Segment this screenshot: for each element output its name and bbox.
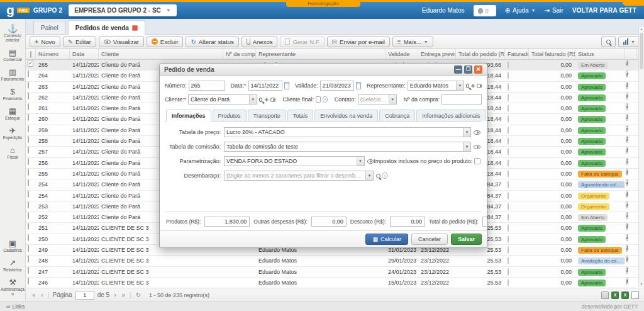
row-checkbox[interactable] bbox=[28, 103, 29, 110]
last-page-button[interactable]: » bbox=[120, 291, 126, 298]
cancelar-button[interactable]: Cancelar bbox=[411, 234, 448, 245]
enviar-por-email-button[interactable]: ✉Enviar por e-mail bbox=[327, 37, 390, 47]
row-checkbox[interactable] bbox=[28, 147, 29, 154]
row-info-button[interactable]: i bbox=[626, 71, 628, 77]
desembaraco-select[interactable]: (Digite ao menos 2 caracteres para filtr… bbox=[224, 171, 374, 181]
row-info-button[interactable]: i bbox=[626, 278, 628, 285]
column-header-7[interactable]: Entrega prevista bbox=[418, 49, 456, 59]
row-info-button[interactable]: i bbox=[626, 169, 628, 176]
prev-page-button[interactable]: ‹ bbox=[40, 291, 45, 298]
view-icon[interactable] bbox=[474, 130, 480, 135]
row-info-button[interactable]: i bbox=[626, 158, 628, 165]
help-menu[interactable]: ⊕ Ajuda ▼ bbox=[505, 7, 536, 14]
scroll-up-arrow[interactable]: ▲ bbox=[639, 26, 644, 32]
vertical-scrollbar[interactable]: ▲ ▼ bbox=[638, 26, 644, 287]
tabela-preco-select[interactable]: Lucro 20% - ATACADO ▼ bbox=[224, 127, 471, 137]
cliente-select[interactable]: Cliente do Pará ▼ bbox=[188, 94, 257, 105]
dialog-tab-totais[interactable]: Totais bbox=[287, 110, 314, 121]
next-page-button[interactable]: › bbox=[113, 291, 117, 298]
anexos-button[interactable]: Anexos bbox=[242, 37, 278, 47]
chart-view-button[interactable]: ▼ bbox=[618, 37, 640, 47]
row-info-button[interactable]: i bbox=[626, 82, 628, 89]
sidebar-item-comercio-exterior[interactable]: ⚓Comércio exterior bbox=[0, 24, 25, 42]
calendar-icon[interactable] bbox=[356, 82, 361, 89]
row-info-button[interactable]: i bbox=[626, 191, 628, 198]
sidebar-item-cadastros[interactable]: ▣Cadastros bbox=[0, 239, 25, 252]
calcular-button[interactable]: ▦ Calcular bbox=[365, 234, 408, 245]
maximize-icon[interactable]: ❐ bbox=[464, 65, 472, 74]
editar-button[interactable]: ✎Editar bbox=[63, 37, 96, 47]
view-icon[interactable] bbox=[367, 159, 374, 164]
sidebar-item-comercial[interactable]: ▤Comercial bbox=[0, 48, 25, 62]
cliente-final-checkbox[interactable] bbox=[316, 96, 321, 103]
validade-input[interactable] bbox=[320, 81, 354, 91]
select-all-checkbox[interactable] bbox=[30, 51, 31, 58]
dialog-tab-envolvidos-na-venda[interactable]: Envolvidos na venda bbox=[314, 110, 378, 121]
table-row[interactable]: 24614/11/2022CLIENTE DE SC 3Eduardo Mato… bbox=[26, 278, 644, 288]
row-checkbox[interactable] bbox=[28, 234, 29, 241]
excluir-button[interactable]: Excluir bbox=[147, 37, 184, 47]
parametrizacao-select[interactable]: VENDA FORA DO ESTADO ▼ bbox=[224, 156, 365, 166]
alterar-status-button[interactable]: ↻Alterar status bbox=[186, 37, 238, 47]
dialog-tab-transporte[interactable]: Transporte bbox=[248, 110, 286, 121]
tab-pedidos-de-venda[interactable]: Pedidos de venda bbox=[68, 20, 145, 35]
row-info-button[interactable]: i bbox=[626, 267, 628, 274]
impostos-checkbox[interactable] bbox=[474, 158, 480, 164]
table-row[interactable]: 24814/11/2022CLIENTE DE SC 3Eduardo Mato… bbox=[26, 256, 644, 266]
search-button[interactable] bbox=[601, 37, 616, 47]
row-info-button[interactable]: i bbox=[626, 179, 628, 186]
scrollbar-thumb[interactable] bbox=[640, 33, 643, 69]
column-header-1[interactable]: Número bbox=[36, 49, 70, 59]
tabela-comissao-select[interactable]: Tabela de comissão de teste ▼ bbox=[224, 142, 471, 152]
outras-despesas-input[interactable] bbox=[311, 217, 347, 227]
export-excel-icon[interactable]: X bbox=[611, 291, 619, 299]
column-header-8[interactable]: Total do pedido (R$) bbox=[456, 49, 505, 59]
row-checkbox[interactable] bbox=[28, 201, 29, 208]
row-checkbox[interactable] bbox=[28, 158, 29, 165]
row-info-button[interactable]: i bbox=[626, 93, 628, 99]
contato-select[interactable]: (Selecione) ▼ bbox=[358, 94, 397, 105]
sidebar-item-administracao[interactable]: ⚒Administração bbox=[0, 278, 25, 296]
column-header-3[interactable]: Cliente bbox=[99, 49, 223, 59]
refresh-icon[interactable]: ↻ bbox=[135, 291, 142, 298]
row-checkbox[interactable] bbox=[28, 125, 29, 132]
table-row[interactable]: 24714/11/2022CLIENTE DE SC 3Eduardo Mato… bbox=[26, 267, 644, 278]
sidebar-item-expedicao[interactable]: ✈Expedição bbox=[0, 126, 25, 140]
view-icon[interactable] bbox=[474, 145, 480, 149]
row-info-button[interactable]: i bbox=[626, 256, 628, 263]
dialog-tab-produtos[interactable]: Produtos bbox=[213, 110, 247, 121]
novo-button[interactable]: +Novo bbox=[30, 37, 60, 47]
row-checkbox[interactable] bbox=[28, 169, 29, 176]
data-input[interactable] bbox=[248, 81, 282, 91]
back-to-gett-link[interactable]: VOLTAR PARA GETT bbox=[572, 7, 636, 14]
search-icon[interactable] bbox=[466, 84, 469, 88]
row-info-button[interactable]: i bbox=[626, 234, 628, 241]
search-icon[interactable] bbox=[259, 98, 263, 102]
row-checkbox[interactable] bbox=[28, 278, 29, 285]
row-info-button[interactable]: i bbox=[626, 245, 628, 252]
row-checkbox[interactable] bbox=[28, 179, 29, 186]
tab-close-badge[interactable] bbox=[132, 25, 138, 31]
row-info-button[interactable]: i bbox=[626, 125, 628, 132]
total-pedido-input[interactable] bbox=[482, 217, 487, 227]
row-info-button[interactable]: i bbox=[626, 147, 628, 154]
mais-button[interactable]: ≡Mais...▼ bbox=[392, 37, 433, 47]
view-icon[interactable] bbox=[477, 84, 482, 88]
first-page-button[interactable]: « bbox=[31, 291, 37, 298]
row-info-button[interactable]: i bbox=[626, 60, 628, 67]
calendar-icon[interactable] bbox=[284, 82, 289, 89]
add-icon[interactable]: + bbox=[264, 96, 268, 103]
minimize-icon[interactable]: — bbox=[454, 65, 462, 74]
row-checkbox[interactable] bbox=[28, 114, 29, 121]
row-checkbox[interactable] bbox=[28, 93, 29, 99]
column-header-4[interactable]: Nº da compra bbox=[223, 49, 256, 59]
view-icon[interactable] bbox=[270, 98, 276, 102]
links-label[interactable]: Links bbox=[12, 303, 25, 310]
tab-painel[interactable]: Painel bbox=[33, 21, 66, 34]
sidebar-item-fiscal[interactable]: ⌂Fiscal bbox=[0, 145, 25, 159]
compra-input[interactable] bbox=[441, 94, 482, 105]
column-header-10[interactable]: Total faturado (R$) bbox=[529, 49, 575, 59]
sidebar-item-faturamento[interactable]: ▥Faturamento bbox=[0, 67, 25, 81]
row-info-button[interactable]: i bbox=[626, 223, 628, 230]
logout-button[interactable]: ⇥ Sair bbox=[545, 7, 564, 14]
